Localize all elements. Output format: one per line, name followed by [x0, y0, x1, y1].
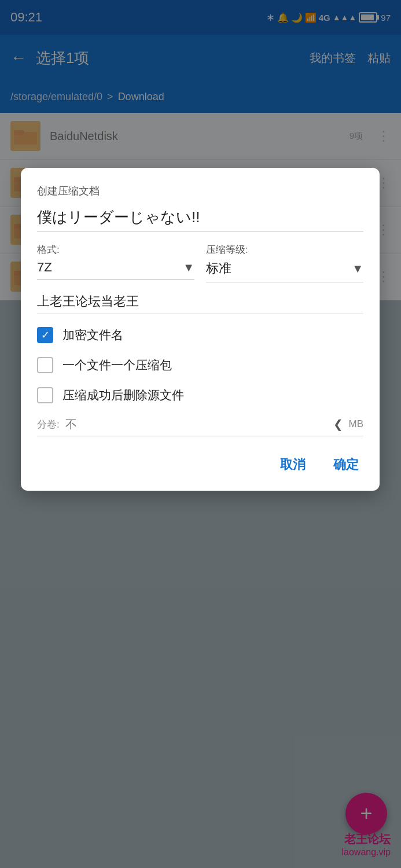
compression-select[interactable]: 标准 ▼ — [206, 260, 363, 282]
delete-source-checkbox[interactable] — [37, 387, 53, 403]
compression-value: 标准 — [206, 260, 231, 277]
one-file-per-archive-label: 一个文件一个压缩包 — [62, 357, 172, 373]
format-row: 格式: 7Z ▼ 压缩等级: 标准 ▼ — [37, 243, 363, 282]
format-value: 7Z — [37, 260, 52, 275]
encrypt-filename-checkbox[interactable]: ✓ — [37, 327, 53, 343]
one-file-per-archive-checkbox[interactable] — [37, 357, 53, 373]
encrypt-filename-label: 加密文件名 — [62, 327, 123, 343]
format-dropdown-arrow: ▼ — [183, 261, 194, 274]
compression-group: 压缩等级: 标准 ▼ — [206, 243, 363, 282]
create-archive-dialog: 创建压缩文档 格式: 7Z ▼ 压缩等级: 标准 ▼ ✓ 加密文件名 一个文 — [21, 168, 380, 491]
split-input[interactable] — [65, 418, 328, 431]
filename-input[interactable] — [37, 208, 363, 231]
split-label: 分卷: — [37, 418, 60, 431]
format-group: 格式: 7Z ▼ — [37, 243, 194, 282]
dialog-title: 创建压缩文档 — [37, 184, 363, 198]
split-unit: MB — [349, 418, 364, 430]
delete-source-row: 压缩成功后删除源文件 — [37, 387, 363, 403]
format-select[interactable]: 7Z ▼ — [37, 260, 194, 280]
format-label: 格式: — [37, 243, 194, 256]
encrypt-filename-row: ✓ 加密文件名 — [37, 327, 363, 343]
compression-dropdown-arrow: ▼ — [352, 262, 363, 275]
dialog-actions: 取消 确定 — [37, 453, 363, 477]
compression-label: 压缩等级: — [206, 243, 363, 256]
checkmark-icon: ✓ — [41, 330, 50, 340]
split-chevron-icon: ❮ — [333, 417, 343, 431]
delete-source-label: 压缩成功后删除源文件 — [62, 387, 184, 403]
one-file-per-archive-row: 一个文件一个压缩包 — [37, 357, 363, 373]
password-input[interactable] — [37, 294, 363, 314]
confirm-button[interactable]: 确定 — [329, 453, 363, 477]
cancel-button[interactable]: 取消 — [275, 453, 310, 477]
split-volume-row: 分卷: ❮ MB — [37, 417, 363, 436]
